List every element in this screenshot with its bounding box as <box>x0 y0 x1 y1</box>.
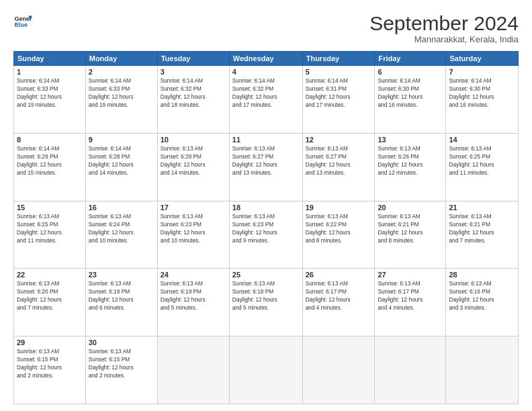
header-row: Sunday Monday Tuesday Wednesday Thursday… <box>14 52 519 66</box>
location: Mannarakkat, Kerala, India <box>369 34 519 44</box>
table-row: 5Sunrise: 6:14 AMSunset: 6:31 PMDaylight… <box>302 66 375 134</box>
table-row: 26Sunrise: 6:13 AMSunset: 6:17 PMDayligh… <box>302 269 375 336</box>
table-row: 7Sunrise: 6:14 AMSunset: 6:30 PMDaylight… <box>446 66 519 134</box>
col-tuesday: Tuesday <box>157 52 229 66</box>
week-row: 15Sunrise: 6:13 AMSunset: 6:25 PMDayligh… <box>14 201 519 269</box>
table-row: 21Sunrise: 6:13 AMSunset: 6:21 PMDayligh… <box>446 201 519 269</box>
table-row <box>446 336 519 404</box>
header: General Blue September 2024 Mannarakkat,… <box>13 12 519 44</box>
table-row: 27Sunrise: 6:13 AMSunset: 6:17 PMDayligh… <box>375 269 446 336</box>
table-row: 24Sunrise: 6:13 AMSunset: 6:19 PMDayligh… <box>157 269 229 336</box>
table-row: 13Sunrise: 6:13 AMSunset: 6:26 PMDayligh… <box>375 133 446 201</box>
table-row: 14Sunrise: 6:13 AMSunset: 6:25 PMDayligh… <box>446 133 519 201</box>
week-row: 8Sunrise: 6:14 AMSunset: 6:29 PMDaylight… <box>14 133 519 201</box>
calendar-table: Sunday Monday Tuesday Wednesday Thursday… <box>13 51 519 404</box>
logo-icon: General Blue <box>13 12 32 31</box>
table-row <box>302 336 375 404</box>
table-row: 18Sunrise: 6:13 AMSunset: 6:23 PMDayligh… <box>229 201 302 269</box>
table-row: 12Sunrise: 6:13 AMSunset: 6:27 PMDayligh… <box>302 133 375 201</box>
table-row <box>375 336 446 404</box>
col-sunday: Sunday <box>14 52 86 66</box>
week-row: 29Sunrise: 6:13 AMSunset: 6:15 PMDayligh… <box>14 336 519 404</box>
logo: General Blue <box>13 12 32 31</box>
table-row: 2Sunrise: 6:14 AMSunset: 6:33 PMDaylight… <box>85 66 157 134</box>
col-friday: Friday <box>375 52 446 66</box>
page: General Blue September 2024 Mannarakkat,… <box>0 0 532 411</box>
table-row: 15Sunrise: 6:13 AMSunset: 6:25 PMDayligh… <box>14 201 86 269</box>
table-row: 4Sunrise: 6:14 AMSunset: 6:32 PMDaylight… <box>229 66 302 134</box>
table-row: 10Sunrise: 6:13 AMSunset: 6:28 PMDayligh… <box>157 133 229 201</box>
table-row: 25Sunrise: 6:13 AMSunset: 6:18 PMDayligh… <box>229 269 302 336</box>
table-row: 20Sunrise: 6:13 AMSunset: 6:21 PMDayligh… <box>375 201 446 269</box>
col-saturday: Saturday <box>446 52 519 66</box>
col-wednesday: Wednesday <box>229 52 302 66</box>
table-row: 29Sunrise: 6:13 AMSunset: 6:15 PMDayligh… <box>14 336 86 404</box>
table-row: 8Sunrise: 6:14 AMSunset: 6:29 PMDaylight… <box>14 133 86 201</box>
table-row: 30Sunrise: 6:13 AMSunset: 6:15 PMDayligh… <box>85 336 157 404</box>
table-row: 11Sunrise: 6:13 AMSunset: 6:27 PMDayligh… <box>229 133 302 201</box>
col-monday: Monday <box>85 52 157 66</box>
table-row: 9Sunrise: 6:14 AMSunset: 6:28 PMDaylight… <box>85 133 157 201</box>
table-row: 6Sunrise: 6:14 AMSunset: 6:30 PMDaylight… <box>375 66 446 134</box>
title-block: September 2024 Mannarakkat, Kerala, Indi… <box>369 12 519 44</box>
svg-text:Blue: Blue <box>14 21 28 28</box>
table-row: 17Sunrise: 6:13 AMSunset: 6:23 PMDayligh… <box>157 201 229 269</box>
week-row: 22Sunrise: 6:13 AMSunset: 6:20 PMDayligh… <box>14 269 519 336</box>
table-row: 1Sunrise: 6:14 AMSunset: 6:33 PMDaylight… <box>14 66 86 134</box>
table-row: 22Sunrise: 6:13 AMSunset: 6:20 PMDayligh… <box>14 269 86 336</box>
table-row <box>157 336 229 404</box>
table-row: 23Sunrise: 6:13 AMSunset: 6:19 PMDayligh… <box>85 269 157 336</box>
table-row: 19Sunrise: 6:13 AMSunset: 6:22 PMDayligh… <box>302 201 375 269</box>
table-row: 3Sunrise: 6:14 AMSunset: 6:32 PMDaylight… <box>157 66 229 134</box>
table-row: 28Sunrise: 6:13 AMSunset: 6:16 PMDayligh… <box>446 269 519 336</box>
week-row: 1Sunrise: 6:14 AMSunset: 6:33 PMDaylight… <box>14 66 519 134</box>
month-title: September 2024 <box>369 12 519 34</box>
col-thursday: Thursday <box>302 52 375 66</box>
table-row: 16Sunrise: 6:13 AMSunset: 6:24 PMDayligh… <box>85 201 157 269</box>
table-row <box>229 336 302 404</box>
